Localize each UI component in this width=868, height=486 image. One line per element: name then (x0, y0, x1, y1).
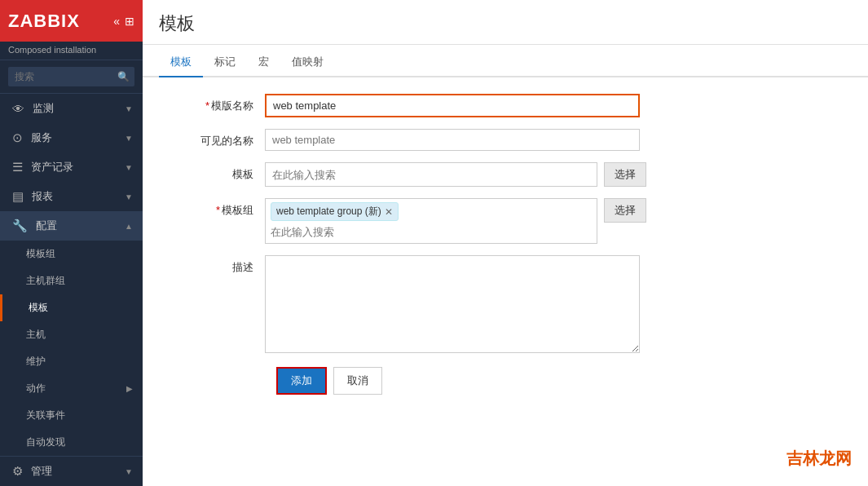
template-group-label: *模板组 (167, 198, 265, 218)
config-icon: 🔧 (12, 219, 28, 233)
tabs-bar: 模板 标记 宏 值映射 (143, 48, 868, 77)
config-arrow-icon: ▲ (125, 222, 133, 231)
templates-label: 模板 (29, 302, 48, 313)
reports-icon: ▤ (12, 189, 24, 204)
expand-icon[interactable]: ⊞ (125, 15, 134, 28)
tag-chip-label: web template group (新) (276, 205, 381, 219)
form-container: *模版名称 可见的名称 模板 选择 (143, 77, 868, 486)
templates-label: 模板 (167, 162, 265, 182)
admin-arrow-icon: ▼ (125, 467, 133, 476)
sidebar: ZABBIX « ⊞ Composed installation 🔍 👁 监测 … (0, 0, 143, 486)
description-textarea[interactable] (265, 255, 640, 353)
template-group-tag-input[interactable]: web template group (新) ✕ (265, 198, 597, 244)
sidebar-subtitle: Composed installation (0, 42, 143, 60)
tab-template[interactable]: 模板 (159, 48, 203, 77)
sidebar-item-config[interactable]: 🔧 配置 ▲ (0, 211, 143, 241)
reports-arrow-icon: ▼ (125, 192, 133, 201)
tab-value-mapping[interactable]: 值映射 (280, 48, 335, 77)
sidebar-header: ZABBIX « ⊞ (0, 0, 143, 42)
add-button[interactable]: 添加 (276, 367, 327, 395)
sidebar-item-templates[interactable]: 模板 (0, 294, 143, 321)
service-arrow-icon: ▼ (125, 134, 133, 143)
sidebar-item-monitor[interactable]: 👁 监测 ▼ (0, 94, 143, 123)
watermark: 吉林龙网 (786, 448, 852, 470)
visible-name-input[interactable] (265, 129, 640, 151)
template-name-label: *模版名称 (167, 94, 265, 113)
remove-tag-icon[interactable]: ✕ (385, 206, 393, 218)
tag-row: web template group (新) ✕ (271, 202, 592, 221)
sidebar-item-event-correlation[interactable]: 关联事件 (0, 402, 143, 429)
event-correlation-label: 关联事件 (26, 409, 65, 421)
sidebar-item-template-groups[interactable]: 模板组 (0, 241, 143, 267)
sidebar-item-service-label: 服务 (31, 130, 125, 145)
sidebar-item-autodiscovery[interactable]: 自动发现 (0, 429, 143, 456)
template-group-tag-chip: web template group (新) ✕ (271, 202, 399, 221)
template-group-row: *模板组 web template group (新) ✕ 选择 (167, 198, 844, 244)
sidebar-item-actions[interactable]: 动作 ▶ (0, 375, 143, 402)
sidebar-item-config-label: 配置 (36, 219, 125, 233)
form-buttons: 添加 取消 (276, 367, 844, 395)
assets-icon: ☰ (12, 160, 23, 175)
template-group-search-input[interactable] (271, 224, 592, 240)
tab-macros[interactable]: 宏 (247, 48, 280, 77)
sidebar-item-monitor-label: 监测 (33, 101, 125, 116)
description-label: 描述 (167, 255, 265, 275)
monitor-arrow-icon: ▼ (125, 104, 133, 113)
required-star-2: * (216, 204, 220, 216)
visible-name-label: 可见的名称 (167, 129, 265, 148)
zabbix-logo: ZABBIX (8, 11, 80, 32)
template-name-input[interactable] (265, 94, 640, 117)
templates-select-button[interactable]: 选择 (604, 162, 646, 187)
sidebar-item-hosts[interactable]: 主机 (0, 321, 143, 348)
template-name-row: *模版名称 (167, 94, 844, 117)
search-icon: 🔍 (117, 71, 130, 82)
sidebar-item-host-groups[interactable]: 主机群组 (0, 267, 143, 294)
visible-name-control (265, 129, 640, 151)
search-input[interactable] (8, 67, 134, 86)
template-group-select-button[interactable]: 选择 (604, 198, 646, 223)
sidebar-item-admin-label: 管理 (31, 464, 125, 479)
sidebar-item-assets[interactable]: ☰ 资产记录 ▼ (0, 152, 143, 182)
description-row: 描述 (167, 255, 844, 356)
monitor-icon: 👁 (12, 102, 24, 116)
assets-arrow-icon: ▼ (125, 163, 133, 172)
actions-label: 动作 (26, 382, 46, 395)
description-control (265, 255, 640, 356)
template-name-control (265, 94, 640, 117)
main-content: 模板 模板 标记 宏 值映射 *模版名称 可见的名称 (143, 0, 868, 486)
templates-search-input[interactable] (265, 162, 597, 187)
collapse-icon[interactable]: « (113, 15, 120, 28)
sidebar-item-admin[interactable]: ⚙ 管理 ▼ (0, 457, 143, 486)
sidebar-item-service[interactable]: ⊙ 服务 ▼ (0, 123, 143, 152)
sidebar-item-assets-label: 资产记录 (31, 160, 125, 175)
host-groups-label: 主机群组 (26, 275, 65, 286)
sidebar-item-reports-label: 报表 (32, 189, 125, 204)
cancel-button[interactable]: 取消 (333, 367, 382, 395)
page-title: 模板 (143, 0, 868, 45)
sidebar-item-maintenance[interactable]: 维护 (0, 348, 143, 375)
template-groups-label: 模板组 (26, 248, 55, 259)
templates-row: 模板 选择 (167, 162, 844, 187)
sidebar-header-icons: « ⊞ (113, 15, 134, 28)
hosts-label: 主机 (26, 329, 46, 340)
sidebar-item-reports[interactable]: ▤ 报表 ▼ (0, 182, 143, 211)
actions-arrow-icon: ▶ (126, 384, 133, 393)
autodiscovery-label: 自动发现 (26, 436, 65, 448)
admin-icon: ⚙ (12, 464, 23, 479)
maintenance-label: 维护 (26, 356, 46, 367)
service-icon: ⊙ (12, 130, 23, 145)
required-star: * (205, 99, 209, 112)
tab-tags[interactable]: 标记 (203, 48, 247, 77)
visible-name-row: 可见的名称 (167, 129, 844, 151)
sidebar-search-wrap: 🔍 (0, 60, 143, 94)
